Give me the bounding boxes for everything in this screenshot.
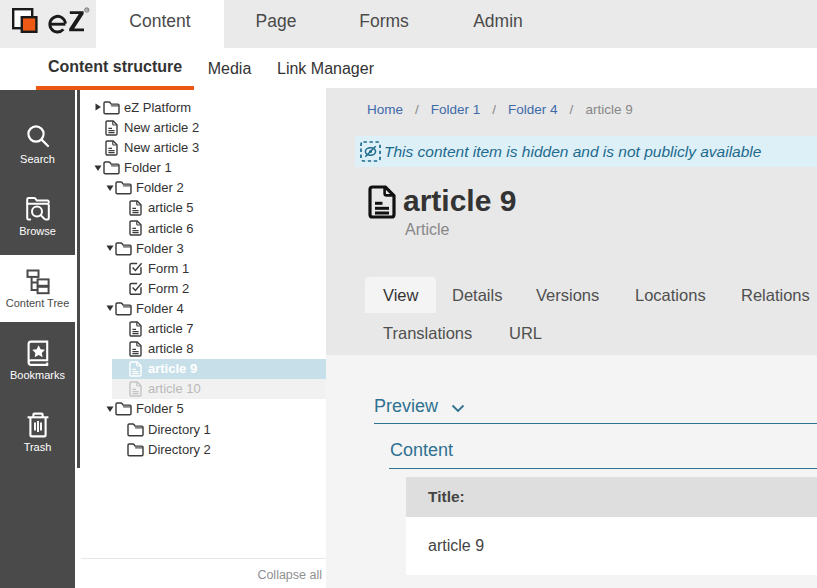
tree-item-label: article 5 (148, 200, 194, 215)
sidebar-item-label: Bookmarks (0, 369, 75, 381)
breadcrumb-link-folder-1[interactable]: Folder 1 (431, 102, 481, 117)
tree-item-label: Form 2 (148, 281, 189, 296)
tree-item-folder-5[interactable]: Folder 5 (75, 399, 326, 419)
article-icon (103, 140, 120, 156)
tree-item-article-5[interactable]: article 5 (75, 198, 326, 218)
tab-label: Versions (536, 286, 599, 304)
sidebar-item-trash[interactable]: Trash (0, 399, 75, 466)
sidebar-item-label: Content Tree (0, 297, 75, 309)
breadcrumb-link-home[interactable]: Home (367, 102, 403, 117)
tree-item-folder-2[interactable]: Folder 2 (75, 178, 326, 198)
breadcrumb-current: article 9 (585, 102, 632, 117)
tree-item-ez-platform[interactable]: eZ Platform (75, 97, 326, 117)
content-tabs: ViewDetailsVersionsLocationsRelationsTra… (365, 277, 817, 353)
tree-collapse-arrow-icon[interactable] (93, 163, 103, 173)
content-section-header: Content (389, 432, 817, 469)
breadcrumb-separator: / (415, 102, 419, 117)
tree-collapse-arrow-icon[interactable] (105, 303, 115, 313)
folder-icon (115, 301, 132, 316)
bookmarks-icon (0, 339, 75, 366)
trash-icon (0, 411, 75, 438)
tree-item-form-2[interactable]: Form 2 (75, 278, 326, 298)
tree-item-label: eZ Platform (124, 100, 191, 115)
page-title: article 9 (403, 185, 516, 217)
tree-item-new-article-2[interactable]: New article 2 (75, 118, 326, 138)
article-icon (127, 361, 144, 377)
top-tab-forms[interactable]: Forms (328, 0, 440, 48)
tree-item-label: article 9 (148, 361, 197, 376)
tree-item-label: article 10 (148, 381, 201, 396)
tab-relations[interactable]: Relations (723, 277, 817, 313)
subnav-label: Media (208, 60, 252, 78)
article-icon (103, 120, 120, 136)
tab-view[interactable]: View (365, 277, 436, 313)
sidebar-item-browse[interactable]: Browse (0, 183, 75, 250)
tree-item-label: Folder 3 (136, 241, 184, 256)
subnav-media[interactable]: Media (194, 48, 265, 90)
tree-item-article-7[interactable]: article 7 (75, 319, 326, 339)
tree-item-form-1[interactable]: Form 1 (75, 258, 326, 278)
folder-icon (115, 401, 132, 416)
tree-collapse-arrow-icon[interactable] (105, 404, 115, 414)
breadcrumb-separator: / (570, 102, 574, 117)
top-tab-admin[interactable]: Admin (440, 0, 556, 48)
tab-url[interactable]: URL (491, 315, 560, 351)
tree-item-label: article 7 (148, 321, 194, 336)
tree-item-label: New article 2 (124, 120, 199, 135)
tab-details[interactable]: Details (434, 277, 520, 313)
sidebar-item-content-tree[interactable]: Content Tree (0, 255, 75, 322)
browse-icon (0, 195, 75, 222)
tree-item-label: Folder 1 (124, 160, 172, 175)
tree-item-article-9[interactable]: article 9 (75, 359, 326, 379)
tree-expand-arrow-icon[interactable] (93, 102, 103, 112)
folder-icon (103, 100, 120, 115)
tree-item-label: Folder 5 (136, 401, 184, 416)
tree-item-article-8[interactable]: article 8 (75, 339, 326, 359)
tree-item-label: New article 3 (124, 140, 199, 155)
breadcrumb-link-folder-4[interactable]: Folder 4 (508, 102, 558, 117)
tab-locations[interactable]: Locations (617, 277, 724, 313)
top-tab-page[interactable]: Page (224, 0, 328, 48)
main-content: Home/Folder 1/Folder 4/article 9 This co… (326, 88, 817, 588)
sidebar-item-bookmarks[interactable]: Bookmarks (0, 327, 75, 394)
preview-toggle[interactable]: Preview (374, 394, 465, 418)
tree-hidden-highlight (112, 379, 326, 399)
folder-icon (127, 442, 144, 457)
subnav-link-manager[interactable]: Link Manager (265, 48, 386, 90)
tab-versions[interactable]: Versions (518, 277, 617, 313)
tab-label: Translations (383, 324, 472, 342)
tree-collapse-arrow-icon[interactable] (105, 183, 115, 193)
tree-item-directory-1[interactable]: Directory 1 (75, 419, 326, 439)
tree-item-label: Directory 1 (148, 422, 211, 437)
tree-item-label: Folder 4 (136, 301, 184, 316)
search-icon (0, 123, 75, 150)
tree-item-folder-3[interactable]: Folder 3 (75, 238, 326, 258)
content-tree-icon (0, 267, 75, 294)
sidebar-item-search[interactable]: Search (0, 111, 75, 178)
tree-item-label: article 6 (148, 221, 194, 236)
tree-item-folder-1[interactable]: Folder 1 (75, 158, 326, 178)
top-tab-label: Page (256, 11, 297, 32)
collapse-all-button[interactable]: Collapse all (257, 568, 322, 582)
tree-item-article-10[interactable]: article 10 (75, 379, 326, 399)
article-icon (127, 321, 144, 337)
top-tab-content[interactable]: Content (96, 0, 224, 48)
tree-item-new-article-3[interactable]: New article 3 (75, 138, 326, 158)
content-type-label: Article (405, 221, 449, 239)
logo-area[interactable] (0, 0, 96, 48)
tree-collapse-arrow-icon[interactable] (105, 243, 115, 253)
subnav-content-structure[interactable]: Content structure (36, 48, 194, 90)
top-bar: ContentPageFormsAdmin (0, 0, 817, 48)
tab-label: View (383, 286, 418, 304)
hidden-eye-icon (360, 141, 381, 162)
tree-item-article-6[interactable]: article 6 (75, 218, 326, 238)
sidebar-item-label: Trash (0, 441, 75, 453)
tab-translations[interactable]: Translations (365, 315, 490, 351)
tree-item-folder-4[interactable]: Folder 4 (75, 298, 326, 318)
hidden-content-banner: This content item is hidden and is not p… (355, 136, 817, 167)
tree-footer: Collapse all (81, 558, 326, 588)
sub-nav: Content structureMediaLink Manager (0, 48, 817, 90)
tree-item-directory-2[interactable]: Directory 2 (75, 439, 326, 459)
ez-logo (12, 6, 90, 38)
form-icon (127, 261, 144, 276)
